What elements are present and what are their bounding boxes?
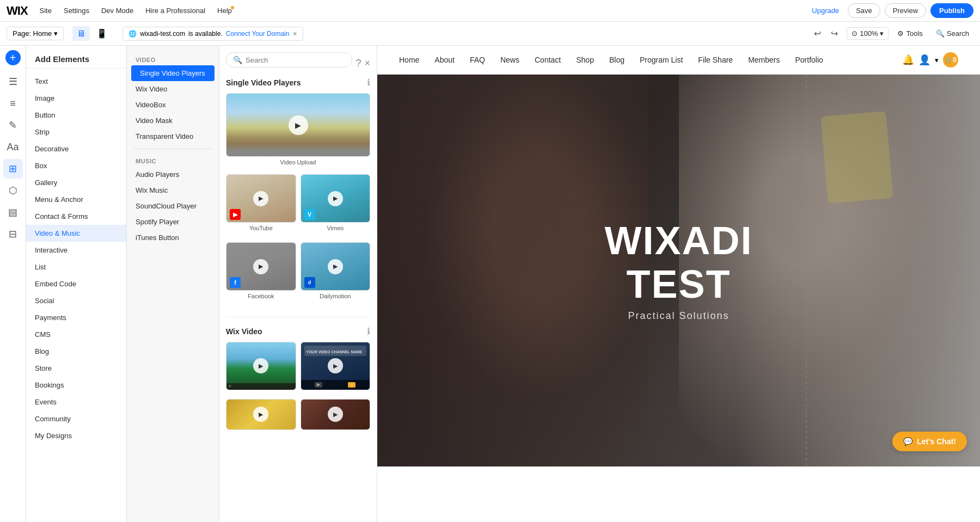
save-button[interactable]: Save	[848, 3, 880, 18]
zoom-level: 100%	[860, 29, 878, 38]
panel-item-menu-anchor[interactable]: Menu & Anchor	[26, 191, 126, 208]
pages-icon-button[interactable]: ☰	[3, 72, 23, 91]
menus-icon-button[interactable]: ≡	[3, 94, 23, 113]
search-button[interactable]: 🔍 Search	[932, 27, 973, 40]
panel-item-events[interactable]: Events	[26, 394, 126, 410]
panel-item-decorative[interactable]: Decorative	[26, 140, 126, 157]
panel-item-gallery[interactable]: Gallery	[26, 174, 126, 191]
nav-blog[interactable]: Blog	[609, 56, 624, 64]
apps-icon-button[interactable]: ⬡	[3, 181, 23, 200]
blog-icon-button[interactable]: ✎	[3, 115, 23, 135]
panel-close-button[interactable]: ×	[364, 58, 370, 69]
nav-portfolio[interactable]: Portfolio	[795, 56, 823, 64]
chat-button[interactable]: 💬 Let's Chat!	[892, 432, 967, 451]
nav-program-list[interactable]: Program List	[640, 56, 683, 64]
cat-single-video-players[interactable]: Single Video Players	[131, 65, 215, 81]
panel-item-social[interactable]: Social	[26, 292, 126, 309]
desktop-view-button[interactable]: 🖥	[72, 26, 90, 41]
panel-item-list[interactable]: List	[26, 259, 126, 275]
wix-video-2-wrapper: ▶ YOUR VIDEO CHANNEL NAME ▶ ⊙	[301, 342, 371, 390]
zoom-control[interactable]: ⊙ 100% ▾	[847, 27, 889, 40]
nav-devmode[interactable]: Dev Mode	[96, 4, 139, 17]
nav-help[interactable]: Help	[212, 4, 237, 17]
cat-soundcloud-player[interactable]: SoundCloud Player	[127, 198, 219, 214]
panel-help-button[interactable]: ?	[356, 58, 361, 69]
youtube-card[interactable]: ▶ ▶	[226, 174, 296, 223]
panel-item-image[interactable]: Image	[26, 90, 126, 107]
panel-item-store[interactable]: Store	[26, 360, 126, 377]
nav-about[interactable]: About	[434, 56, 455, 64]
publish-button[interactable]: Publish	[930, 3, 973, 18]
facebook-card[interactable]: ▶ f	[226, 242, 296, 291]
globe-icon: 🌐	[128, 30, 137, 38]
undo-button[interactable]: ↩	[810, 26, 825, 41]
cat-wix-music[interactable]: Wix Music	[127, 182, 219, 198]
panel-item-embed-code[interactable]: Embed Code	[26, 275, 126, 292]
wix-video-grid-2: ▶ ▶	[226, 399, 370, 430]
panel-item-bookings[interactable]: Bookings	[26, 377, 126, 394]
design-icon-button[interactable]: Aa	[3, 137, 23, 157]
nav-shop[interactable]: Shop	[576, 56, 594, 64]
nav-faq[interactable]: FAQ	[470, 56, 485, 64]
nav-members[interactable]: Members	[748, 56, 780, 64]
nav-site[interactable]: Site	[34, 4, 57, 17]
panel-item-cms[interactable]: CMS	[26, 326, 126, 343]
site-nav: Home About FAQ News Contact Shop Blog Pr…	[377, 46, 980, 75]
panel-item-blog[interactable]: Blog	[26, 343, 126, 360]
panel-item-text[interactable]: Text	[26, 73, 126, 90]
nav-file-share[interactable]: File Share	[698, 56, 733, 64]
connect-domain-link[interactable]: Connect Your Domain	[226, 30, 290, 38]
cat-itunes-button[interactable]: iTunes Button	[127, 230, 219, 245]
cat-audio-players[interactable]: Audio Players	[127, 167, 219, 182]
domain-available-text: is available.	[188, 30, 223, 38]
media-icon-button[interactable]: ▤	[3, 202, 23, 222]
widgets-icon-button[interactable]: ⊞	[3, 159, 23, 179]
cat-transparent-video[interactable]: Transparent Video	[127, 128, 219, 144]
panel-item-box[interactable]: Box	[26, 157, 126, 174]
dailymotion-card[interactable]: ▶ d	[301, 242, 371, 291]
cart-button[interactable]: 🛒 0	[943, 52, 958, 67]
wix-video-4-card[interactable]: ▶	[301, 399, 371, 430]
nav-settings[interactable]: Settings	[58, 4, 95, 17]
video-upload-card[interactable]: ▶ Video Upload	[226, 93, 370, 168]
nav-news[interactable]: News	[500, 56, 519, 64]
tools-button[interactable]: ⚙ Tools	[893, 27, 927, 40]
panel-item-interactive[interactable]: Interactive	[26, 242, 126, 259]
top-bar-right: Upgrade Save Preview Publish	[807, 3, 973, 18]
domain-name: wixadi-test.com	[140, 30, 185, 38]
preview-button[interactable]: Preview	[885, 3, 926, 18]
wix-video-2-card[interactable]: ▶ YOUR VIDEO CHANNEL NAME ▶ ⊙	[301, 342, 371, 390]
cat-videobox[interactable]: VideoBox	[127, 97, 219, 113]
nav-contact[interactable]: Contact	[535, 56, 561, 64]
panel-item-video-music[interactable]: Video & Music	[26, 225, 126, 242]
page-selector[interactable]: Page: Home ▾	[7, 27, 64, 40]
cat-wix-video[interactable]: Wix Video	[127, 81, 219, 97]
vimeo-card[interactable]: ▶ V	[301, 174, 371, 223]
panel-item-community[interactable]: Community	[26, 410, 126, 427]
cat-spotify-player[interactable]: Spotify Player	[127, 214, 219, 230]
wix-video-info-button[interactable]: ℹ	[367, 326, 370, 336]
nav-hire[interactable]: Hire a Professional	[140, 4, 211, 17]
upgrade-button[interactable]: Upgrade	[807, 4, 843, 17]
panel-item-strip[interactable]: Strip	[26, 124, 126, 140]
panel-item-my-designs[interactable]: My Designs	[26, 427, 126, 444]
panel-item-payments[interactable]: Payments	[26, 309, 126, 326]
single-video-info-button[interactable]: ℹ	[367, 77, 370, 88]
user-icon[interactable]: 👤	[918, 54, 930, 66]
zoom-icon: ⊙	[852, 29, 857, 38]
wix-video-1-card[interactable]: ▶ ≡	[226, 342, 296, 390]
cat-video-mask[interactable]: Video Mask	[127, 113, 219, 128]
layers-icon-button[interactable]: ⊟	[3, 224, 23, 244]
mobile-view-button[interactable]: 📱	[92, 26, 112, 41]
panel-item-contact-forms[interactable]: Contact & Forms	[26, 208, 126, 225]
panel-item-button[interactable]: Button	[26, 107, 126, 124]
add-elements-icon-button[interactable]: +	[5, 50, 21, 65]
widget-search-input[interactable]	[246, 56, 345, 64]
wix-video-3-card[interactable]: ▶	[226, 399, 296, 430]
nav-home[interactable]: Home	[399, 56, 419, 64]
redo-button[interactable]: ↪	[826, 26, 842, 41]
domain-close-button[interactable]: ×	[292, 29, 297, 38]
cart-icon: 🛒	[945, 56, 953, 64]
wix-video-3-wrapper: ▶	[226, 399, 296, 430]
notification-icon[interactable]: 🔔	[902, 54, 914, 66]
